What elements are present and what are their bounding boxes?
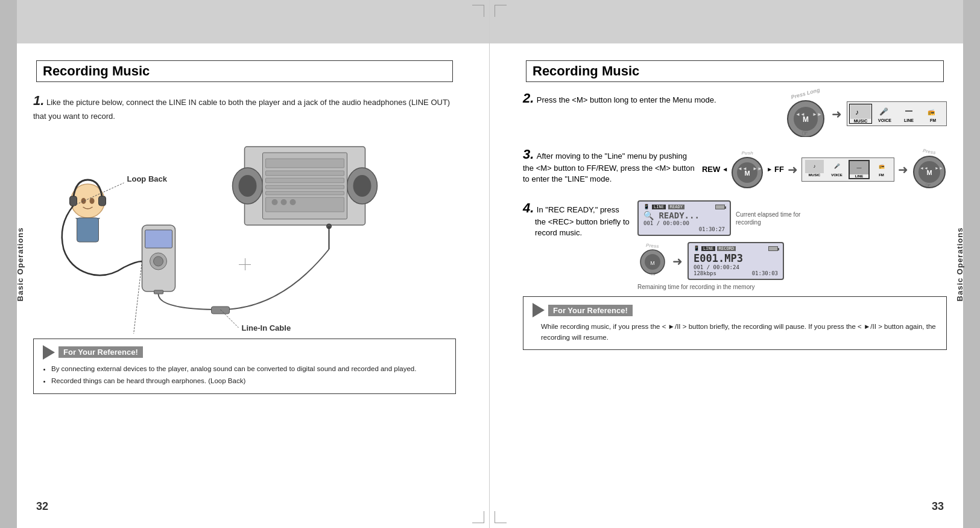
line-tag: LINE [652, 205, 666, 209]
connection-diagram: Loop Back Headphones Jack Line-In Cable [33, 129, 456, 334]
corner-tl-right [495, 5, 507, 17]
player-m-button-step3b: M ◄◄ ►► ☞ [912, 154, 947, 189]
corner-bl-right [495, 511, 507, 523]
svg-text:🎤: 🎤 [879, 107, 888, 116]
record-counter: 001 / 00:00:24 [694, 264, 778, 270]
rec-press-hand: M ☞ [637, 249, 668, 279]
arrow-step2: ➜ [832, 107, 842, 121]
step3-diagram: REW ◄ Push M ◄◄ ►► ► FF [702, 149, 947, 189]
step2-text: 2. Press the <M> button long to enter th… [523, 91, 775, 106]
line-tag2: LINE [701, 246, 715, 251]
step4-text: 4. In "REC READY," press the <REC> butto… [523, 200, 631, 238]
menu-voice: 🎤 VOICE [873, 104, 896, 124]
reference-header-right: For Your Reference! [533, 303, 937, 317]
content-right: 2. Press the <M> button long to enter th… [523, 91, 947, 492]
record-filename: E001.MP3 [694, 252, 778, 264]
menu-fm-3: 📻 FM [871, 160, 892, 179]
player-m-button-step2: M ◄◄ ►► ☞ [785, 98, 827, 137]
step4-line3: record music. [523, 228, 582, 237]
svg-text:►►: ►► [812, 112, 822, 117]
gray-bar-right [490, 0, 980, 43]
side-label-left: Basic Operations [16, 227, 25, 301]
svg-rect-9 [266, 185, 344, 189]
menu-voice-3: 🎤 VOICE [826, 160, 847, 179]
reference-title-right: For Your Reference! [548, 305, 633, 316]
press-label-step4: Press [646, 243, 659, 249]
svg-point-26 [90, 198, 95, 204]
menu-icons-step2: ♪ MUSIC 🎤 VOICE LINE [847, 101, 947, 126]
diagram-area: Loop Back Headphones Jack Line-In Cable [33, 129, 456, 334]
ready-counter: 001 / 00:00:00 [643, 220, 725, 226]
svg-text:📻: 📻 [928, 108, 935, 116]
svg-text:☞: ☞ [801, 129, 808, 137]
reference-title-left: For Your Reference! [58, 346, 143, 358]
menu-line-3-selected: — LINE [849, 160, 870, 179]
record-time: 01:30:03 [752, 270, 778, 276]
step1-text: 1. Like the picture below, connect the L… [33, 91, 456, 122]
svg-text:Line-In Cable: Line-In Cable [242, 323, 291, 332]
svg-text:Loop Back: Loop Back [127, 174, 168, 183]
step3-desc: After moving to the "Line" menu by pushi… [523, 151, 695, 183]
section-title-left: Recording Music [36, 60, 453, 82]
svg-point-12 [272, 199, 278, 205]
svg-rect-11 [266, 197, 344, 212]
record-screen: 📱 LINE RECORD E001.MP3 001 / 00:00:24 12… [688, 242, 784, 280]
side-bar-right: Basic Operations [963, 0, 980, 528]
section-title-right: Recording Music [526, 60, 944, 82]
ready-screen: 📱 LINE READY 🔍 READY... 001 / 00:00:00 0… [637, 200, 731, 236]
ready-tag: READY [668, 205, 684, 209]
page-number-right: 33 [932, 500, 944, 513]
svg-text:M: M [650, 260, 655, 266]
reference-text-right: While recording music, if you press the … [533, 321, 937, 343]
record-tag2: RECORD [717, 246, 736, 251]
menu-fm: 📻 FM [922, 104, 944, 124]
svg-point-13 [281, 199, 287, 205]
svg-rect-21 [154, 290, 163, 294]
ff-arrow: ► [767, 166, 773, 173]
corner-tr [472, 5, 484, 17]
player-m-button-step3a: M ◄◄ ►► [730, 156, 765, 189]
menu-music-3: ♪ MUSIC [804, 160, 825, 179]
content-left: 1. Like the picture below, connect the L… [33, 91, 456, 492]
svg-rect-27 [77, 218, 99, 242]
arrow-step3a: ➜ [788, 162, 798, 177]
reference-text-left: By connecting external devices to the pl… [43, 363, 446, 387]
svg-line-31 [133, 261, 142, 334]
step4-screens: 📱 LINE READY 🔍 READY... 001 / 00:00:00 0… [637, 200, 947, 290]
reference-header-left: For Your Reference! [43, 345, 446, 360]
svg-point-2 [239, 175, 257, 197]
svg-point-14 [290, 199, 296, 205]
svg-text:◄◄: ◄◄ [738, 166, 747, 171]
step3-text: 3. After moving to the "Line" menu by pu… [523, 147, 695, 184]
arrow-step4: ➜ [672, 254, 683, 269]
left-page: Basic Operations Recording Music 1. Like… [0, 0, 490, 528]
side-bar-left: Basic Operations [0, 0, 17, 528]
reference-box-left: For Your Reference! By connecting extern… [33, 339, 456, 395]
svg-point-25 [81, 198, 86, 204]
right-page: Basic Operations Recording Music 2. Pres… [490, 0, 980, 528]
rew-arrow: ◄ [722, 166, 728, 173]
menu-icons-step3: ♪ MUSIC 🎤 VOICE — LINE 📻 FM [801, 157, 894, 182]
svg-rect-18 [145, 230, 172, 248]
corner-br [472, 511, 484, 523]
arrow-step3b: ➜ [898, 162, 908, 177]
svg-rect-8 [266, 178, 344, 183]
reference-box-right: For Your Reference! While recording musi… [523, 296, 947, 350]
svg-text:☞: ☞ [651, 270, 657, 278]
svg-text:◄◄: ◄◄ [795, 112, 805, 117]
svg-text:◄◄: ◄◄ [920, 166, 928, 170]
svg-point-20 [154, 256, 163, 266]
elapsed-annotation: Current elapsed time for recording [736, 211, 802, 226]
reference-item-2: Recorded things can be heard through ear… [51, 375, 446, 386]
svg-text:♪: ♪ [855, 108, 859, 116]
page-number-left: 32 [36, 500, 48, 513]
menu-line: LINE [897, 104, 920, 124]
ff-label: FF [774, 165, 784, 174]
gray-bar-left [0, 0, 489, 43]
svg-text:►►: ►► [753, 166, 762, 171]
menu-music: ♪ MUSIC [849, 104, 872, 124]
push-label: Push [741, 150, 753, 156]
svg-rect-6 [266, 159, 344, 168]
svg-rect-28 [212, 307, 230, 314]
step4-line2: the <REC> button briefly to [523, 217, 630, 226]
